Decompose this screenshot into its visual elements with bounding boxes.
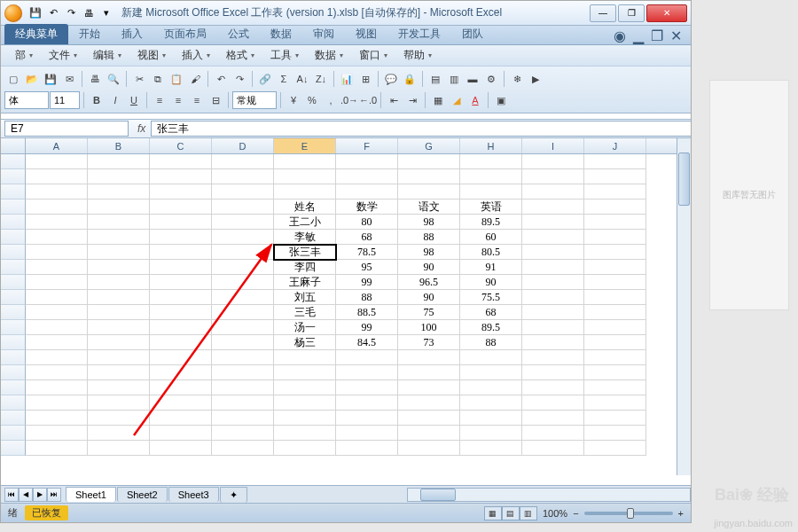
cell[interactable] [26, 184, 88, 200]
cell[interactable] [522, 154, 584, 169]
cell[interactable] [522, 365, 584, 380]
cell[interactable]: 杨三 [274, 335, 336, 350]
paste-icon[interactable]: 📋 [168, 70, 185, 88]
menu-all[interactable]: 部 [8, 46, 40, 65]
formula-bar[interactable]: 张三丰 [151, 121, 691, 137]
tab-team[interactable]: 团队 [451, 24, 494, 44]
cell[interactable] [150, 290, 212, 305]
tab-review[interactable]: 审阅 [302, 24, 345, 44]
undo-icon[interactable]: ↶ [45, 5, 61, 21]
tab-home[interactable]: 开始 [68, 24, 111, 44]
cell[interactable] [150, 275, 212, 290]
cell[interactable] [336, 411, 398, 426]
cell[interactable] [584, 169, 646, 184]
row-header[interactable] [1, 320, 26, 335]
cell[interactable] [274, 441, 336, 456]
cell[interactable] [150, 350, 212, 365]
cell[interactable] [274, 365, 336, 380]
borders-icon[interactable]: ▦ [429, 91, 447, 109]
cell[interactable] [88, 230, 150, 245]
cell[interactable] [212, 320, 274, 335]
cell[interactable] [584, 260, 646, 275]
cell[interactable] [522, 215, 584, 230]
cell[interactable] [212, 215, 274, 230]
comma-icon[interactable]: , [322, 91, 340, 109]
print-icon[interactable]: 🖶 [86, 70, 104, 88]
cell[interactable] [522, 380, 584, 395]
fill-color-icon[interactable]: ◢ [448, 91, 466, 109]
cell[interactable] [522, 426, 584, 441]
italic-icon[interactable]: I [106, 91, 124, 109]
cell[interactable] [212, 441, 274, 456]
cell[interactable]: 100 [398, 320, 460, 335]
cell[interactable] [150, 184, 212, 200]
office-button[interactable] [4, 4, 22, 22]
cell[interactable] [88, 411, 150, 426]
cell[interactable] [212, 275, 274, 290]
cell[interactable] [88, 275, 150, 290]
prev-sheet-icon[interactable]: ◀ [19, 488, 33, 502]
tab-developer[interactable]: 开发工具 [387, 24, 451, 44]
cell[interactable]: 姓名 [274, 200, 336, 215]
cell[interactable] [584, 230, 646, 245]
cell[interactable] [522, 411, 584, 426]
cell[interactable]: 84.5 [336, 335, 398, 350]
cell[interactable] [26, 365, 88, 380]
minimize-button[interactable]: — [590, 4, 616, 22]
row-header[interactable] [1, 200, 26, 215]
cell[interactable] [522, 169, 584, 184]
menu-data[interactable]: 数据 [308, 46, 350, 65]
cell[interactable] [398, 411, 460, 426]
cell[interactable] [88, 380, 150, 395]
cell[interactable]: 88 [460, 335, 522, 350]
first-sheet-icon[interactable]: ⏮ [4, 488, 19, 502]
insert-rows-icon[interactable]: ▤ [426, 70, 444, 88]
cell[interactable] [88, 426, 150, 441]
normal-view-icon[interactable]: ▦ [484, 506, 502, 520]
cell[interactable] [26, 154, 88, 169]
cell[interactable] [584, 305, 646, 320]
cell[interactable] [460, 380, 522, 395]
cell[interactable] [460, 350, 522, 365]
tab-classic-menu[interactable]: 经典菜单 [4, 24, 68, 44]
cell[interactable] [522, 184, 584, 200]
cell[interactable] [398, 395, 460, 411]
cell[interactable] [522, 290, 584, 305]
menu-file[interactable]: 文件 [42, 46, 84, 65]
cell[interactable] [336, 365, 398, 380]
cell-styles-icon[interactable]: ▣ [492, 91, 510, 109]
cell[interactable] [584, 365, 646, 380]
cell[interactable] [26, 260, 88, 275]
cell[interactable] [584, 335, 646, 350]
row-header[interactable] [1, 275, 26, 290]
col-A[interactable]: A [26, 138, 88, 153]
cell[interactable] [150, 200, 212, 215]
cell[interactable] [212, 169, 274, 184]
cell[interactable]: 王二小 [274, 215, 336, 230]
cell[interactable] [398, 380, 460, 395]
cell[interactable]: 98 [398, 245, 460, 260]
cell[interactable] [212, 335, 274, 350]
underline-icon[interactable]: U [125, 91, 143, 109]
col-H[interactable]: H [460, 138, 522, 153]
print-icon[interactable]: 🖶 [81, 5, 97, 21]
tab-view[interactable]: 视图 [345, 24, 387, 44]
cell[interactable]: 89.5 [460, 320, 522, 335]
cell[interactable] [460, 365, 522, 380]
cell[interactable]: 80 [336, 215, 398, 230]
chart-icon[interactable]: 📊 [338, 70, 356, 88]
cell[interactable]: 75.5 [460, 290, 522, 305]
cell[interactable] [88, 260, 150, 275]
maximize-button[interactable]: ❐ [618, 4, 645, 22]
cell[interactable] [150, 365, 212, 380]
cell[interactable] [336, 184, 398, 200]
cell[interactable] [150, 245, 212, 260]
menu-help[interactable]: 帮助 [396, 46, 439, 65]
cell[interactable] [584, 395, 646, 411]
cell[interactable] [584, 426, 646, 441]
row-header[interactable] [1, 395, 26, 411]
sheet-tab-2[interactable]: Sheet2 [117, 487, 168, 502]
cell[interactable] [398, 365, 460, 380]
cell[interactable] [522, 350, 584, 365]
row-header[interactable] [1, 290, 26, 305]
